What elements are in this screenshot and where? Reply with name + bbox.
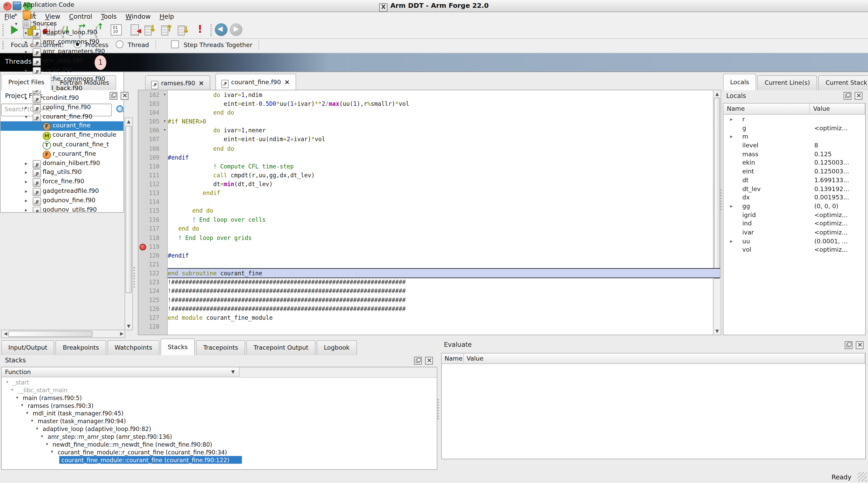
expander-icon[interactable]: ▸ [730, 237, 733, 246]
fold-arrow-icon[interactable]: ▾ [163, 90, 166, 99]
gutter-line[interactable]: 126 [138, 305, 167, 313]
forward-icon[interactable] [229, 23, 242, 36]
run-to-line-icon[interactable] [126, 23, 141, 37]
code-line[interactable] [168, 322, 720, 331]
stack-frame[interactable]: ▾adaptive_loop (adaptive_loop.f90:82) [2, 425, 437, 433]
stop-error-icon[interactable] [193, 23, 207, 37]
scrollbar-thumb[interactable] [8, 331, 92, 337]
close-tab-icon[interactable]: × [284, 78, 289, 86]
locals-splitter[interactable] [720, 90, 722, 334]
tree-item[interactable]: Mcourant_fine_module [1, 131, 123, 140]
resize-grip[interactable] [857, 472, 867, 481]
code-line[interactable]: !#######################################… [168, 295, 720, 304]
locals-row[interactable]: g<optimiz... [723, 124, 865, 133]
gutter-line[interactable]: 124 [138, 286, 167, 295]
gutter-line[interactable]: 102▾ [138, 90, 167, 99]
editor-code-area[interactable]: do ivar=1,ndim eint=eint-0.5D0*uu(1+ivar… [168, 90, 720, 335]
float-panel-icon[interactable] [414, 357, 422, 365]
gutter-line[interactable]: 108 [138, 144, 167, 152]
code-line[interactable]: ! End loop over cells [168, 215, 720, 224]
locals-row[interactable]: ▸gg(0, 0, 0) [723, 202, 865, 211]
tree-expander-icon[interactable]: ▾ [5, 1, 7, 10]
locals-row[interactable]: mass0.125 [723, 150, 865, 159]
tree-vertical-scrollbar[interactable]: ▲ ▼ [125, 117, 133, 330]
code-line[interactable]: end do [168, 224, 720, 233]
code-line[interactable]: ! Compute CFL time-step [168, 162, 720, 171]
code-line[interactable]: #if NENER>0 [168, 117, 720, 126]
stack-frame[interactable]: ▾courant_fine_module::r_courant_fine (co… [2, 448, 437, 456]
tree-expander-icon[interactable]: ▾ [31, 417, 33, 425]
bottom-splitter[interactable] [437, 354, 440, 469]
locals-value-column-header[interactable]: Value [810, 104, 865, 115]
locals-row[interactable]: dx0.001953... [723, 193, 865, 202]
gutter-line[interactable]: 123 [138, 278, 167, 286]
tab-stacks[interactable]: Stacks [160, 338, 195, 355]
locals-row[interactable]: dt1.699133... [723, 176, 865, 184]
tree-item[interactable]: ▸godunov_fine.f90 [1, 196, 123, 205]
tree-expander-icon[interactable]: ▸ [25, 205, 28, 213]
tab-tracepoint-output[interactable]: Tracepoint Output [246, 340, 316, 356]
tree-item[interactable]: ▸/ [1, 10, 123, 19]
tree-expander-icon[interactable]: ▸ [25, 196, 28, 205]
stack-bottom-icon[interactable] [176, 23, 190, 37]
step-threads-together-checkbox[interactable] [171, 40, 179, 48]
tab-current-stack[interactable]: Current Stack [818, 76, 868, 90]
tree-expander-icon[interactable]: ▸ [15, 10, 18, 19]
breakpoint-icon[interactable] [140, 244, 146, 250]
close-panel-icon[interactable] [856, 341, 864, 349]
tab-breakpoints[interactable]: Breakpoints [56, 340, 106, 356]
tree-expander-icon[interactable]: ▾ [51, 448, 53, 456]
gutter-line[interactable]: 122 [138, 268, 167, 277]
locals-row[interactable]: igrid<optimiz... [723, 211, 865, 219]
editor-gutter[interactable]: 102▾103104105▾106▾1071081091101111121131… [138, 90, 168, 335]
tree-expander-icon[interactable]: ▸ [25, 177, 28, 187]
tree-item[interactable]: ▸cooling_fine.f90 [1, 103, 123, 112]
gutter-line[interactable]: 120 [138, 251, 167, 260]
locals-name-column-header[interactable]: Name [723, 104, 810, 115]
stack-frame[interactable]: ▾mdl_init (task_manager.f90:45) [2, 409, 437, 417]
tree-item[interactable]: ▾Sources [1, 19, 123, 29]
tree-expander-icon[interactable]: ▸ [25, 159, 28, 168]
menu-help[interactable]: Help [155, 12, 179, 21]
code-line[interactable]: endif [168, 189, 720, 197]
tree-expander-icon[interactable]: ▸ [25, 187, 28, 196]
expander-icon[interactable]: ▸ [730, 133, 733, 141]
code-line[interactable]: ! End loop over grids [168, 233, 720, 242]
tree-item[interactable]: ▸amr_parameters.f90 [1, 47, 123, 56]
stack-frame[interactable]: courant_fine_module::courant_fine (coura… [2, 456, 437, 464]
fold-arrow-icon[interactable]: ▾ [163, 126, 166, 135]
scroll-left-arrow[interactable]: ◀ [3, 332, 8, 336]
tree-expander-icon[interactable]: ▾ [46, 441, 48, 448]
toolbar-grip[interactable] [210, 24, 212, 36]
code-line[interactable]: dt=min(dt,dt_lev) [168, 179, 720, 188]
evaluate-name-column-header[interactable]: Name [442, 353, 464, 364]
locals-row[interactable]: ▸r [723, 115, 865, 124]
tree-item[interactable]: ▾Application Code [1, 1, 123, 10]
close-panel-icon[interactable] [425, 357, 433, 365]
tab-logbook[interactable]: Logbook [317, 340, 356, 356]
tree-expander-icon[interactable]: ▸ [25, 38, 28, 47]
float-panel-icon[interactable] [844, 341, 852, 349]
code-line[interactable]: end do [168, 144, 720, 152]
scroll-right-arrow[interactable]: ▶ [118, 332, 123, 336]
back-icon[interactable] [215, 23, 227, 36]
tree-expander-icon[interactable]: ▾ [6, 378, 8, 386]
tree-expander-icon[interactable]: ▾ [11, 386, 13, 394]
tree-expander-icon[interactable]: ▾ [25, 112, 28, 122]
scroll-up-arrow[interactable]: ▲ [125, 119, 132, 124]
locals-row[interactable]: ivar<optimiz... [723, 228, 865, 237]
tree-item[interactable]: ▸domain_hilbert.f90 [1, 159, 123, 168]
tab-project-files[interactable]: Project Files [1, 74, 52, 90]
stack-frame[interactable]: ▾newdt_fine_module::m_newdt_fine (newdt_… [2, 441, 437, 448]
gutter-line[interactable]: 114 [138, 197, 167, 206]
gutter-line[interactable]: 121 [138, 260, 167, 268]
tree-expander-icon[interactable]: ▾ [36, 425, 38, 433]
expander-icon[interactable]: ▸ [730, 202, 733, 211]
gutter-line[interactable]: 106▾ [138, 126, 167, 135]
tree-expander-icon[interactable]: ▾ [21, 402, 23, 409]
code-line[interactable]: !#######################################… [168, 305, 720, 313]
code-line[interactable]: call cmpdt(r,uu,gg,dx,dt_lev) [168, 171, 720, 179]
code-line[interactable]: end do [168, 206, 720, 215]
tree-item[interactable]: ▸godunov_utils.f90 [1, 205, 123, 213]
tree-item[interactable]: ▾courant_fine.f90 [1, 112, 123, 122]
